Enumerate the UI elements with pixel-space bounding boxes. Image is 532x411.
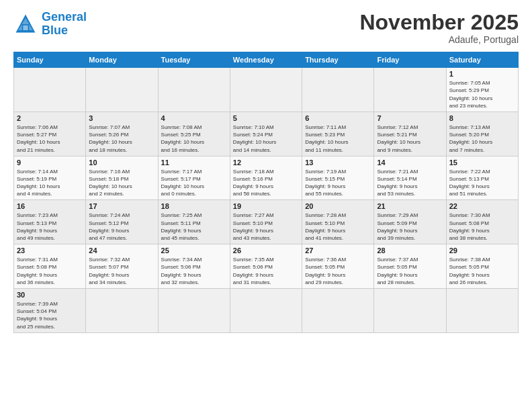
calendar-body: 1Sunrise: 7:05 AM Sunset: 5:29 PM Daylig… — [14, 68, 519, 333]
day-cell — [446, 288, 518, 332]
weekday-header-monday: Monday — [86, 52, 158, 68]
day-cell — [86, 68, 158, 112]
logo-icon — [13, 12, 38, 36]
logo-general: General — [42, 10, 87, 24]
day-info: Sunrise: 7:06 AM Sunset: 5:27 PM Dayligh… — [17, 124, 83, 154]
day-number: 3 — [89, 114, 154, 122]
day-info: Sunrise: 7:36 AM Sunset: 5:05 PM Dayligh… — [305, 256, 371, 286]
day-info: Sunrise: 7:10 AM Sunset: 5:24 PM Dayligh… — [233, 124, 299, 154]
day-cell: 23Sunrise: 7:31 AM Sunset: 5:08 PM Dayli… — [14, 244, 86, 289]
day-cell: 28Sunrise: 7:37 AM Sunset: 5:05 PM Dayli… — [374, 244, 446, 289]
subtitle: Adaufe, Portugal — [359, 34, 519, 45]
day-cell: 13Sunrise: 7:19 AM Sunset: 5:15 PM Dayli… — [302, 156, 374, 200]
day-number: 18 — [161, 202, 227, 210]
day-cell: 22Sunrise: 7:30 AM Sunset: 5:08 PM Dayli… — [446, 200, 518, 244]
day-number: 29 — [449, 246, 515, 255]
day-info: Sunrise: 7:19 AM Sunset: 5:15 PM Dayligh… — [305, 168, 371, 198]
day-info: Sunrise: 7:27 AM Sunset: 5:10 PM Dayligh… — [233, 212, 299, 242]
day-cell: 1Sunrise: 7:05 AM Sunset: 5:29 PM Daylig… — [446, 68, 518, 112]
month-title: November 2025 — [359, 11, 519, 34]
day-cell — [158, 68, 230, 112]
day-info: Sunrise: 7:11 AM Sunset: 5:23 PM Dayligh… — [305, 124, 371, 154]
day-number: 17 — [89, 202, 154, 210]
day-number: 30 — [17, 291, 83, 299]
day-cell: 29Sunrise: 7:38 AM Sunset: 5:05 PM Dayli… — [446, 244, 518, 289]
day-number: 10 — [89, 158, 154, 167]
day-info: Sunrise: 7:25 AM Sunset: 5:11 PM Dayligh… — [161, 212, 227, 242]
day-cell — [374, 288, 446, 332]
day-info: Sunrise: 7:18 AM Sunset: 5:16 PM Dayligh… — [233, 168, 299, 198]
day-number: 26 — [233, 246, 299, 255]
day-number: 15 — [449, 158, 515, 167]
weekday-header-tuesday: Tuesday — [158, 52, 230, 68]
day-info: Sunrise: 7:39 AM Sunset: 5:04 PM Dayligh… — [17, 300, 83, 330]
day-info: Sunrise: 7:13 AM Sunset: 5:20 PM Dayligh… — [449, 124, 515, 154]
day-info: Sunrise: 7:34 AM Sunset: 5:06 PM Dayligh… — [161, 256, 227, 286]
week-row-1: 2Sunrise: 7:06 AM Sunset: 5:27 PM Daylig… — [14, 111, 519, 156]
day-number: 4 — [161, 114, 227, 122]
day-info: Sunrise: 7:16 AM Sunset: 5:18 PM Dayligh… — [89, 168, 154, 198]
day-number: 22 — [449, 202, 515, 210]
day-number: 11 — [161, 158, 227, 167]
day-number: 14 — [377, 158, 443, 167]
day-info: Sunrise: 7:14 AM Sunset: 5:19 PM Dayligh… — [17, 168, 83, 198]
day-info: Sunrise: 7:08 AM Sunset: 5:25 PM Dayligh… — [161, 124, 227, 154]
day-info: Sunrise: 7:07 AM Sunset: 5:26 PM Dayligh… — [89, 124, 154, 154]
day-cell: 15Sunrise: 7:22 AM Sunset: 5:13 PM Dayli… — [446, 156, 518, 200]
day-cell — [86, 288, 158, 332]
day-cell: 18Sunrise: 7:25 AM Sunset: 5:11 PM Dayli… — [158, 200, 230, 244]
day-cell — [374, 68, 446, 112]
svg-rect-3 — [23, 26, 28, 30]
day-info: Sunrise: 7:29 AM Sunset: 5:09 PM Dayligh… — [377, 212, 443, 242]
day-cell: 14Sunrise: 7:21 AM Sunset: 5:14 PM Dayli… — [374, 156, 446, 200]
day-cell: 17Sunrise: 7:24 AM Sunset: 5:12 PM Dayli… — [86, 200, 158, 244]
day-info: Sunrise: 7:32 AM Sunset: 5:07 PM Dayligh… — [89, 256, 154, 286]
day-cell: 27Sunrise: 7:36 AM Sunset: 5:05 PM Dayli… — [302, 244, 374, 289]
day-cell — [14, 68, 86, 112]
day-cell: 2Sunrise: 7:06 AM Sunset: 5:27 PM Daylig… — [14, 111, 86, 156]
day-cell: 11Sunrise: 7:17 AM Sunset: 5:17 PM Dayli… — [158, 156, 230, 200]
day-number: 7 — [377, 114, 443, 122]
week-row-3: 16Sunrise: 7:23 AM Sunset: 5:13 PM Dayli… — [14, 200, 519, 244]
day-cell: 10Sunrise: 7:16 AM Sunset: 5:18 PM Dayli… — [86, 156, 158, 200]
day-cell: 26Sunrise: 7:35 AM Sunset: 5:06 PM Dayli… — [230, 244, 302, 289]
day-info: Sunrise: 7:31 AM Sunset: 5:08 PM Dayligh… — [17, 256, 83, 286]
day-number: 1 — [449, 70, 515, 78]
week-row-4: 23Sunrise: 7:31 AM Sunset: 5:08 PM Dayli… — [14, 244, 519, 289]
day-cell: 5Sunrise: 7:10 AM Sunset: 5:24 PM Daylig… — [230, 111, 302, 156]
weekday-header-thursday: Thursday — [302, 52, 374, 68]
page: General Blue November 2025 Adaufe, Portu… — [0, 0, 532, 411]
day-cell: 12Sunrise: 7:18 AM Sunset: 5:16 PM Dayli… — [230, 156, 302, 200]
day-cell: 16Sunrise: 7:23 AM Sunset: 5:13 PM Dayli… — [14, 200, 86, 244]
day-cell — [302, 288, 374, 332]
day-cell: 30Sunrise: 7:39 AM Sunset: 5:04 PM Dayli… — [14, 288, 86, 332]
title-block: November 2025 Adaufe, Portugal — [359, 11, 519, 45]
day-info: Sunrise: 7:17 AM Sunset: 5:17 PM Dayligh… — [161, 168, 227, 198]
day-number: 21 — [377, 202, 443, 210]
day-info: Sunrise: 7:37 AM Sunset: 5:05 PM Dayligh… — [377, 256, 443, 286]
header: General Blue November 2025 Adaufe, Portu… — [13, 11, 519, 45]
weekday-header-sunday: Sunday — [14, 52, 86, 68]
logo-blue: Blue — [42, 24, 68, 37]
day-cell: 21Sunrise: 7:29 AM Sunset: 5:09 PM Dayli… — [374, 200, 446, 244]
day-cell: 4Sunrise: 7:08 AM Sunset: 5:25 PM Daylig… — [158, 111, 230, 156]
day-number: 27 — [305, 246, 371, 255]
day-info: Sunrise: 7:12 AM Sunset: 5:21 PM Dayligh… — [377, 124, 443, 154]
day-info: Sunrise: 7:30 AM Sunset: 5:08 PM Dayligh… — [449, 212, 515, 242]
day-cell — [302, 68, 374, 112]
day-cell: 7Sunrise: 7:12 AM Sunset: 5:21 PM Daylig… — [374, 111, 446, 156]
day-number: 9 — [17, 158, 83, 167]
day-number: 16 — [17, 202, 83, 210]
day-number: 25 — [161, 246, 227, 255]
day-number: 20 — [305, 202, 371, 210]
day-number: 13 — [305, 158, 371, 167]
day-number: 2 — [17, 114, 83, 122]
day-number: 12 — [233, 158, 299, 167]
day-info: Sunrise: 7:28 AM Sunset: 5:10 PM Dayligh… — [305, 212, 371, 242]
day-cell: 20Sunrise: 7:28 AM Sunset: 5:10 PM Dayli… — [302, 200, 374, 244]
day-info: Sunrise: 7:22 AM Sunset: 5:13 PM Dayligh… — [449, 168, 515, 198]
day-info: Sunrise: 7:21 AM Sunset: 5:14 PM Dayligh… — [377, 168, 443, 198]
day-cell: 24Sunrise: 7:32 AM Sunset: 5:07 PM Dayli… — [86, 244, 158, 289]
week-row-2: 9Sunrise: 7:14 AM Sunset: 5:19 PM Daylig… — [14, 156, 519, 200]
weekday-row: SundayMondayTuesdayWednesdayThursdayFrid… — [14, 52, 519, 68]
